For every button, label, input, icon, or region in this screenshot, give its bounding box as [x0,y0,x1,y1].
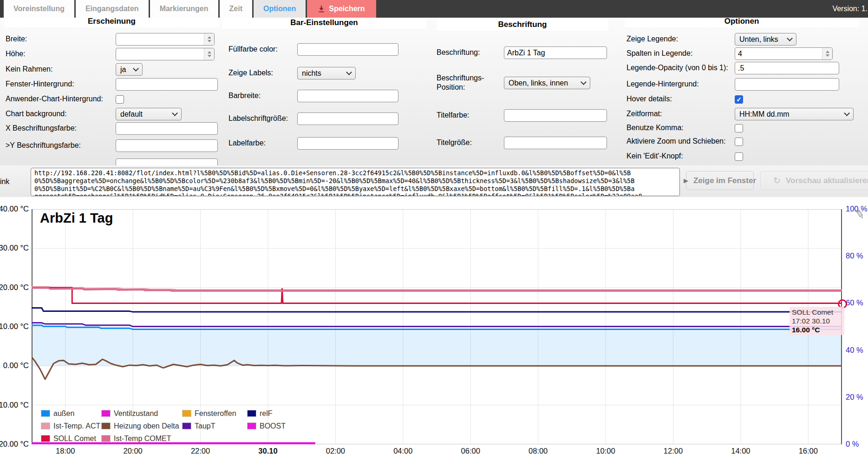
field-label: Zeitformat: [627,109,662,119]
tab-voreinstellung[interactable]: Voreinstellung [4,0,74,18]
field-label: Anwender-Chart-Hintergrund: [6,94,103,104]
chevron-down-icon [133,66,139,72]
refresh-preview-label: Vorschau aktualisieren [786,176,868,185]
show-in-window-label: Zeige im Fenster [693,176,756,185]
select-value: default [120,110,143,119]
panel-beschriftung: BeschriftungBeschriftung:Beschriftungs-P… [437,18,608,165]
text-input[interactable] [297,43,398,56]
select[interactable]: default [116,108,182,120]
checkbox[interactable]: ✓ [735,95,743,104]
text-input[interactable] [297,137,398,150]
top-navigation: VoreinstellungEingangsdatenMarkierungenZ… [0,0,868,18]
field-label: Legende-Hintergrund: [627,79,699,89]
field-label: Labelschriftgröße: [228,114,288,123]
checkbox[interactable] [735,138,743,146]
text-input[interactable] [116,139,218,152]
save-label: Speichern [329,5,365,13]
refresh-preview-button[interactable]: ↻ Vorschau aktualisieren [760,171,868,190]
play-icon: ▶ [684,177,688,184]
field-label: Chart background: [6,109,67,119]
spin-down-icon[interactable] [826,54,829,57]
panel-title: Bar-Einstellungen [222,18,426,29]
number-input[interactable] [116,48,215,60]
tab-eingangsdaten[interactable]: Eingangsdaten [76,0,149,18]
number-value: 4 [735,48,822,59]
number-value [116,48,204,60]
field-label: Beschriftung: [437,48,480,57]
refresh-icon: ↻ [773,175,781,186]
select-value: nichts [302,69,321,78]
select-value: Unten, links [739,35,778,44]
number-input[interactable] [116,33,215,46]
link-label: Link [0,178,9,186]
checkbox[interactable] [116,95,124,104]
text-input[interactable] [735,78,839,91]
chevron-down-icon [172,110,178,116]
text-input[interactable] [116,158,218,165]
save-button[interactable]: Speichern [307,0,376,18]
text-input[interactable] [297,112,398,125]
field-label: Breite: [6,34,27,44]
text-input[interactable] [116,78,218,91]
panel-title: Optionen [625,18,859,27]
field-label: Benutze Komma: [627,123,684,132]
field-label: Höhe: [6,49,26,59]
tab-markierungen[interactable]: Markierungen [150,0,218,18]
spin-down-icon[interactable] [208,55,211,57]
version-label: Version: 1. [832,0,868,18]
url-text-line: ggregate%5D=onchange&l%5B1%5D%5Bid%5D=al… [34,192,676,196]
text-input[interactable] [735,62,839,74]
field-label: Kein Rahmen: [6,65,52,74]
spinner-buttons[interactable] [822,48,832,59]
spin-down-icon[interactable] [208,40,211,42]
link-url-textarea[interactable]: http://192.168.220.41:8082/flot/index.ht… [31,168,680,196]
number-value [116,33,204,45]
text-input[interactable] [504,137,607,149]
tab-zeit[interactable]: Zeit [220,0,252,18]
number-input[interactable]: 4 [735,47,833,60]
spinner-buttons[interactable] [204,33,214,45]
field-label: Zeige Labels: [228,68,273,78]
spin-up-icon[interactable] [208,36,211,39]
select[interactable]: nichts [297,67,356,79]
text-input[interactable] [297,90,398,102]
field-label: Spalten in Legende: [627,49,692,58]
panel-erscheinung: ErscheinungBreite:Höhe:Kein Rahmen:jaFen… [4,18,220,165]
select-value: HH:MM dd.mm [739,110,790,119]
spin-up-icon[interactable] [208,51,211,53]
field-label: Labelfarbe: [228,138,266,148]
url-text-line: 0%5D%5Baggregate%5D=onchange&l%5B0%5D%5B… [34,177,676,185]
show-in-window-button[interactable]: ▶ Zeige im Fenster [686,171,754,190]
app-window: VoreinstellungEingangsdatenMarkierungenZ… [0,0,868,455]
url-text-line: 0%5D%5Bunit%5D=%C2%B0C&l%5B0%5D%5Bname%5… [34,185,676,193]
text-input[interactable] [504,46,607,59]
checkbox[interactable] [735,152,743,161]
checkbox[interactable] [735,124,743,132]
chevron-down-icon [346,69,352,75]
config-panels: ErscheinungBreite:Höhe:Kein Rahmen:jaFen… [0,18,868,165]
field-label: Legende-Opacity (von 0 bis 1): [627,63,728,73]
field-label: Fenster-Hintergrund: [6,79,74,89]
select[interactable]: ja [116,63,143,76]
select[interactable]: Oben, links, innen [504,77,590,89]
select[interactable]: Unten, links [735,33,796,46]
panel-title: Beschriftung [437,19,608,31]
text-input[interactable] [116,122,218,135]
text-input[interactable] [504,109,607,122]
select-value: Oben, links, innen [509,79,568,87]
field-label: Titelgröße: [437,138,472,147]
tab-optionen[interactable]: Optionen [254,0,306,18]
spin-up-icon[interactable] [826,51,829,53]
chevron-down-icon [787,35,793,41]
field-label: Füllfarbe color: [228,45,278,54]
select[interactable]: HH:MM dd.mm [735,108,854,120]
spinner-buttons[interactable] [204,48,214,60]
chevron-down-icon [581,79,587,85]
field-label: Titelfarbe: [437,111,470,120]
download-icon [318,5,325,13]
panel-bar: Bar-EinstellungenFüllfarbe color:Zeige L… [222,18,426,165]
panel-optionen: OptionenZeige Legende:Unten, linksSpalte… [625,18,859,165]
field-label: >Y Beschriftungsfarbe: [6,141,81,150]
chart-panel-background [0,197,868,455]
field-label: X Beschriftungsfarbe: [6,124,77,133]
